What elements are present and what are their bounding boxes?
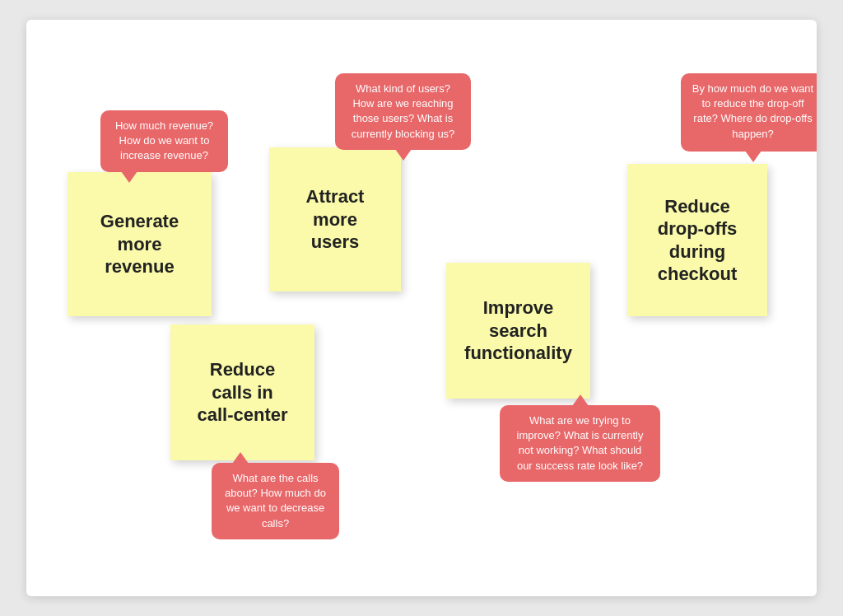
- bubble-bubble-calls: What are the calls about? How much do we…: [212, 463, 339, 539]
- canvas: Generate more revenueAttract more usersR…: [26, 20, 817, 596]
- sticky-reduce-calls: Reduce calls in call-center: [170, 324, 314, 460]
- sticky-improve-search: Improve search functionality: [446, 263, 590, 399]
- sticky-reduce-dropoffs: Reduce drop-offs during checkout: [627, 164, 767, 316]
- sticky-attract-users: Attract more users: [269, 147, 401, 292]
- bubble-bubble-attract: What kind of users? How are we reaching …: [335, 73, 471, 150]
- bubble-bubble-revenue: How much revenue? How do we want to incr…: [100, 110, 228, 172]
- bubble-bubble-dropoffs: By how much do we want to reduce the dro…: [681, 73, 817, 152]
- bubble-bubble-search: What are we trying to improve? What is c…: [500, 405, 660, 482]
- sticky-generate-revenue: Generate more revenue: [68, 172, 212, 316]
